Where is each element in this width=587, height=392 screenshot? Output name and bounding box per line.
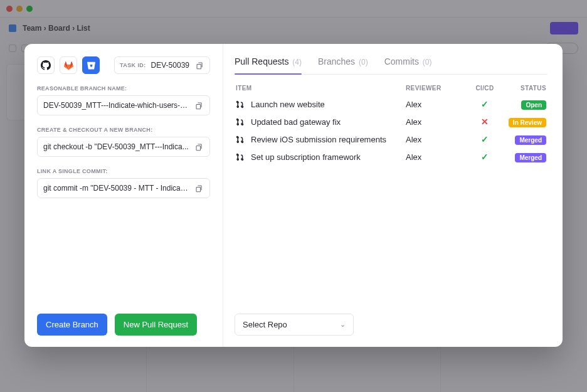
bitbucket-icon	[87, 61, 95, 70]
ci-pass-icon: ✓	[468, 99, 501, 109]
branch-name-value: DEV-50039_MTT---Indicate-which-users-c..…	[43, 101, 189, 110]
tab-commits-count: (0)	[423, 58, 432, 66]
select-repo-label: Select Repo	[243, 320, 287, 329]
pr-status: Merged	[501, 151, 546, 162]
pr-reviewer: Alex	[406, 152, 468, 162]
select-repo-dropdown[interactable]: Select Repo ⌄	[235, 314, 354, 336]
left-pane: TASK ID: DEV-50039 REASONABLE BRANCH NAM…	[24, 44, 223, 347]
commit-label: LINK A SINGLE COMMIT:	[37, 168, 210, 174]
ci-fail-icon: ✕	[468, 117, 501, 127]
github-provider-button[interactable]	[37, 56, 55, 74]
table-body: Launch new websiteAlex✓OpenUpdated bad g…	[235, 95, 547, 166]
tab-commits-label: Commits	[384, 56, 419, 66]
pr-reviewer: Alex	[406, 135, 468, 144]
th-cicd: CI/CD	[468, 85, 501, 92]
table-header: ITEM REVIEWER CI/CD STATUS	[235, 85, 547, 92]
pull-request-icon	[236, 118, 245, 126]
new-pull-request-button[interactable]: New Pull Request	[115, 314, 197, 336]
tab-branches-label: Branches	[318, 56, 355, 66]
task-id-label: TASK ID:	[120, 62, 146, 68]
th-status: STATUS	[501, 85, 546, 92]
git-modal: TASK ID: DEV-50039 REASONABLE BRANCH NAM…	[24, 44, 563, 347]
copy-icon	[196, 61, 204, 70]
pr-status: In Review	[501, 116, 546, 127]
table-row[interactable]: Launch new websiteAlex✓Open	[235, 95, 547, 113]
github-icon	[41, 60, 51, 70]
ci-pass-icon: ✓	[468, 152, 501, 162]
right-pane: Pull Requests (4) Branches (0) Commits (…	[223, 44, 563, 347]
pr-title: Updated bad gateway fix	[251, 117, 406, 127]
tabs: Pull Requests (4) Branches (0) Commits (…	[235, 56, 547, 75]
status-badge: Merged	[515, 135, 546, 145]
tab-commits[interactable]: Commits (0)	[384, 56, 432, 74]
pr-title: Review iOS submission requirements	[251, 135, 406, 144]
status-badge: In Review	[509, 118, 546, 127]
copy-task-id-button[interactable]	[194, 60, 204, 70]
commit-value: git commit -m "DEV-50039 - MTT - Indicat…	[43, 184, 189, 193]
pr-title: Set up subscription framework	[251, 152, 406, 162]
copy-icon	[195, 102, 203, 110]
checkout-value: git checkout -b "DEV-50039_MTT---Indica.…	[43, 142, 189, 151]
pull-request-icon	[236, 100, 245, 109]
table-row[interactable]: Set up subscription frameworkAlex✓Merged	[235, 148, 547, 166]
copy-branch-name-button[interactable]	[194, 100, 204, 110]
pr-reviewer: Alex	[406, 100, 468, 109]
copy-icon	[195, 184, 203, 193]
create-branch-button[interactable]: Create Branch	[37, 314, 107, 336]
gitlab-icon	[64, 61, 73, 70]
branch-name-field[interactable]: DEV-50039_MTT---Indicate-which-users-c..…	[37, 95, 210, 115]
action-row: Create Branch New Pull Request	[37, 314, 210, 336]
provider-row: TASK ID: DEV-50039	[37, 56, 210, 74]
tab-branches-count: (0)	[359, 58, 368, 66]
table-row[interactable]: Updated bad gateway fixAlex✕In Review	[235, 113, 547, 130]
checkout-field[interactable]: git checkout -b "DEV-50039_MTT---Indica.…	[37, 137, 210, 157]
pr-title: Launch new website	[251, 100, 406, 109]
tab-pull-requests-label: Pull Requests	[235, 56, 288, 66]
copy-checkout-button[interactable]	[194, 142, 204, 152]
task-id-value: DEV-50039	[151, 61, 189, 70]
status-badge: Open	[521, 100, 546, 110]
tab-pull-requests[interactable]: Pull Requests (4)	[235, 56, 302, 74]
commit-field[interactable]: git commit -m "DEV-50039 - MTT - Indicat…	[37, 178, 210, 198]
copy-icon	[195, 143, 203, 151]
ci-pass-icon: ✓	[468, 134, 501, 144]
status-badge: Merged	[515, 153, 546, 162]
chevron-down-icon: ⌄	[340, 320, 346, 329]
checkout-label: CREATE & CHECKOUT A NEW BRANCH:	[37, 127, 210, 133]
bitbucket-provider-button[interactable]	[82, 56, 100, 74]
task-id-box: TASK ID: DEV-50039	[114, 56, 210, 74]
pull-request-icon	[236, 135, 245, 144]
tab-branches[interactable]: Branches (0)	[318, 56, 368, 74]
th-reviewer: REVIEWER	[406, 85, 468, 92]
gitlab-provider-button[interactable]	[60, 56, 77, 74]
pr-status: Merged	[501, 134, 546, 145]
branch-name-label: REASONABLE BRANCH NAME:	[37, 85, 210, 92]
table-row[interactable]: Review iOS submission requirementsAlex✓M…	[235, 130, 547, 148]
th-item: ITEM	[236, 85, 406, 92]
tab-pull-requests-count: (4)	[292, 58, 302, 66]
pr-reviewer: Alex	[406, 117, 468, 127]
pr-status: Open	[501, 98, 546, 110]
pull-request-icon	[236, 153, 245, 161]
copy-commit-button[interactable]	[194, 183, 204, 193]
